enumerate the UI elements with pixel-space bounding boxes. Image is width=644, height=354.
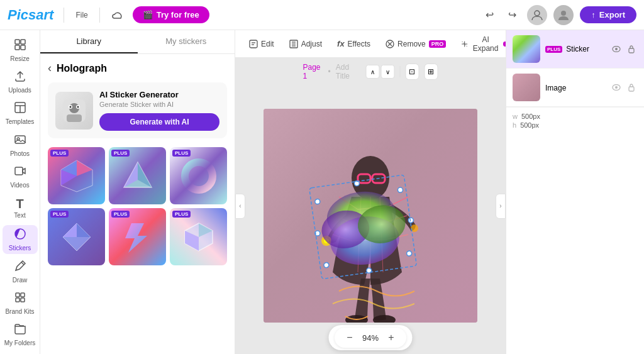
remove-button[interactable]: Remove PRO — [379, 36, 452, 52]
ai-banner-info: AI Sticker Generator Generate Sticker wi… — [99, 90, 219, 131]
layer-sticker-name: Sticker — [566, 45, 605, 53]
ai-expand-button[interactable]: AI Expand — [455, 32, 506, 56]
page-down-button[interactable]: ∨ — [380, 65, 394, 79]
generate-ai-button[interactable]: Generate with AI — [99, 113, 219, 131]
export-button[interactable]: ↑ Export — [580, 6, 636, 23]
sidebar-item-resize[interactable]: Resize — [3, 35, 38, 64]
remove-pro-badge: PRO — [429, 40, 447, 48]
svg-rect-14 — [21, 293, 25, 297]
brand-kits-icon — [13, 290, 27, 306]
photos-label: Photos — [10, 150, 30, 157]
profile-avatar[interactable] — [553, 5, 574, 25]
undo-button[interactable]: ↩ — [479, 5, 499, 25]
page-label: Page 1 — [303, 63, 323, 80]
layer-item-sticker[interactable]: PLUS Sticker — [506, 30, 644, 69]
panel-title: Holograph — [57, 63, 107, 74]
nav-divider — [399, 66, 400, 77]
edit-button[interactable]: Edit — [243, 36, 280, 52]
uploads-icon — [13, 69, 27, 85]
sticker-item-1[interactable]: PLUS — [48, 147, 105, 204]
sidebar-item-brand-kits[interactable]: Brand Kits — [3, 288, 38, 317]
sticker-item-2[interactable]: PLUS — [109, 147, 166, 204]
back-button[interactable]: ‹ — [48, 62, 52, 75]
plus-badge-4: PLUS — [50, 211, 69, 218]
width-row: w 500px — [513, 113, 638, 120]
svg-point-68 — [323, 262, 329, 268]
sidebar-item-stickers[interactable]: Stickers — [3, 225, 38, 254]
sticker-item-4[interactable]: PLUS — [48, 208, 105, 265]
page-nav: ∧ ∨ — [365, 65, 394, 79]
page-add-button[interactable]: ⊞ — [424, 64, 438, 80]
page-up-button[interactable]: ∧ — [365, 65, 379, 79]
library-tab[interactable]: Library — [40, 30, 138, 53]
divider-2 — [99, 8, 100, 23]
canvas-wrapper: ··· — [264, 109, 477, 323]
page-header: Page 1 • Add Title ∧ ∨ ⊡ ⊞ — [303, 63, 438, 80]
edit-toolbar: Edit Adjust fx Effects Remove PRO AI Exp… — [235, 30, 506, 58]
layer-image-eye-button[interactable] — [610, 81, 623, 94]
resize-icon — [13, 38, 27, 53]
width-value: 500px — [521, 113, 540, 120]
svg-point-0 — [535, 11, 540, 16]
height-value: 500px — [520, 121, 539, 129]
svg-rect-5 — [21, 45, 25, 50]
cloud-button[interactable] — [108, 5, 128, 25]
collapse-panel-button[interactable]: ‹ — [235, 194, 245, 219]
my-stickers-tab[interactable]: My stickers — [138, 30, 235, 53]
stickers-icon — [13, 227, 27, 243]
try-free-button[interactable]: 🎬 Try for free — [133, 6, 209, 23]
svg-point-67 — [397, 187, 403, 192]
sidebar-item-templates[interactable]: Templates — [3, 99, 38, 128]
plus-badge-6: PLUS — [172, 211, 191, 218]
sidebar-item-uploads[interactable]: Uploads — [3, 67, 38, 96]
page-title[interactable]: Add Title — [336, 63, 360, 80]
sticker-item-6[interactable]: PLUS — [170, 208, 227, 265]
adjust-button[interactable]: Adjust — [283, 36, 328, 52]
layer-lock-button[interactable] — [625, 43, 638, 55]
layer-image-lock-button[interactable] — [625, 81, 638, 94]
zoom-value: 94% — [362, 333, 379, 343]
sticker-plus-badge: PLUS — [545, 46, 562, 53]
ai-banner-image — [55, 92, 93, 130]
layer-eye-button[interactable] — [610, 43, 623, 55]
topbar: Picsart File 🎬 Try for free ↩ ↪ ↑ Export — [0, 0, 644, 30]
svg-point-78 — [615, 86, 618, 89]
redo-button[interactable]: ↪ — [502, 5, 522, 25]
svg-rect-4 — [15, 45, 19, 50]
sidebar-item-my-folders[interactable]: My Folders — [3, 320, 38, 349]
zoom-in-button[interactable]: + — [384, 330, 399, 345]
sticker-item-3[interactable]: PLUS — [170, 147, 227, 204]
layer-item-image[interactable]: Image — [506, 69, 644, 107]
uploads-label: Uploads — [8, 87, 31, 94]
svg-rect-76 — [629, 48, 634, 53]
panel-content: ‹ Holograph — [40, 54, 235, 354]
panel-header: ‹ Holograph — [48, 62, 227, 75]
page-copy-button[interactable]: ⊡ — [405, 64, 419, 80]
sidebar-item-draw[interactable]: Draw — [3, 257, 38, 285]
svg-point-23 — [77, 106, 79, 108]
ai-banner-title: AI Sticker Generator — [99, 90, 219, 99]
file-button[interactable]: File — [72, 5, 91, 25]
brand-kits-label: Brand Kits — [5, 308, 34, 315]
canvas-scroll[interactable]: Page 1 • Add Title ∧ ∨ ⊡ ⊞ — [235, 58, 506, 354]
zoom-bar: − 94% + — [335, 328, 406, 348]
sidebar-item-text[interactable]: T Text — [3, 193, 38, 222]
svg-rect-15 — [16, 298, 19, 302]
layer-sticker-info: PLUS Sticker — [545, 45, 605, 53]
plus-badge-2: PLUS — [111, 150, 130, 157]
zoom-out-button[interactable]: − — [342, 330, 357, 345]
draw-icon — [13, 259, 27, 275]
svg-rect-79 — [629, 87, 634, 91]
svg-point-31 — [185, 162, 213, 190]
sidebar-item-videos[interactable]: Videos — [3, 162, 38, 191]
layer-image-info: Image — [545, 82, 605, 93]
sidebar-item-photos[interactable]: Photos — [3, 130, 38, 159]
sticker-item-5[interactable]: PLUS — [109, 208, 166, 265]
topbar-right: ↑ Export — [527, 5, 636, 25]
user-avatar[interactable] — [527, 5, 547, 25]
effects-button[interactable]: fx Effects — [331, 36, 377, 52]
videos-label: Videos — [10, 182, 29, 189]
svg-rect-9 — [15, 136, 25, 143]
canvas-frame[interactable] — [264, 109, 477, 323]
collapse-right-button[interactable]: › — [496, 194, 506, 219]
